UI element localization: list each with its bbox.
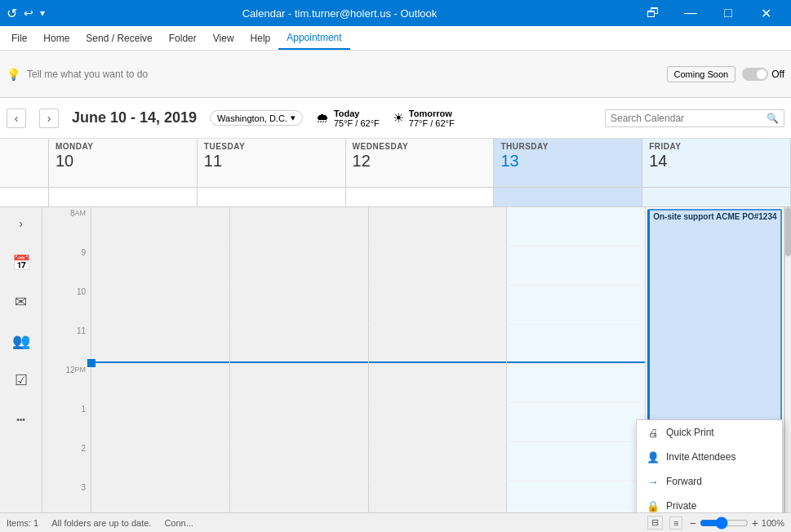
printer-icon: 🖨 [647,426,660,439]
cell-tue-3[interactable] [230,481,369,512]
menu-view[interactable]: View [205,26,242,50]
today-temp: 75°F / 62°F [334,118,380,128]
cell-wed-12[interactable] [369,364,508,403]
ribbon-tell-me: 💡 Coming Soon Off [7,66,784,82]
menu-send-receive[interactable]: Send / Receive [78,26,160,50]
undo-icon[interactable]: ↩ [24,7,33,20]
allday-thursday [494,188,642,206]
cell-tue-12[interactable] [230,364,369,403]
sync-status: All folders are up to date. [51,518,151,528]
context-menu-invite-attendees[interactable]: 👤 Invite Attendees [637,445,782,469]
cell-thu-2[interactable] [507,442,646,481]
context-menu-quick-print[interactable]: 🖨 Quick Print [637,420,782,445]
zoom-out-btn[interactable]: − [689,516,695,530]
menu-help[interactable]: Help [242,26,279,50]
window-controls: 🗗 — □ ✕ [634,0,784,26]
invite-attendees-label: Invite Attendees [666,451,735,463]
sidebar-icon-back[interactable]: › [8,211,34,237]
cell-mon-2[interactable] [91,442,230,481]
person-icon: 👤 [647,450,660,463]
close-btn[interactable]: ✕ [747,0,784,26]
cell-mon-3[interactable] [91,481,230,512]
cell-wed-2[interactable] [369,442,508,481]
cell-wed-8[interactable] [369,207,508,246]
allday-row [0,188,791,207]
refresh-icon[interactable]: ↺ [7,6,17,21]
lightbulb-icon: 💡 [7,68,20,81]
sidebar-icon-people[interactable]: 👥 [8,328,34,354]
zoom-in-btn[interactable]: + [752,516,758,530]
cell-wed-10[interactable] [369,286,508,325]
location-pill[interactable]: Washington, D.C. ▾ [210,110,303,126]
cell-wed-3[interactable] [369,481,508,512]
appointment-title: On-site support ACME PO#1234 [653,212,777,221]
day-header-friday: FRIDAY 14 [642,139,791,187]
cell-mon-12[interactable] [91,364,230,403]
cell-tue-11[interactable] [230,325,369,364]
conn-status: Conn... [164,518,193,528]
cell-mon-9[interactable] [91,246,230,286]
date-range: June 10 - 14, 2019 [72,109,197,126]
tell-me-input[interactable] [27,69,190,80]
scrollbar-thumb[interactable] [785,207,791,256]
title-bar-left: ↺ ↩ ▾ [7,6,45,21]
next-week-button[interactable]: › [39,109,59,128]
sidebar-icon-calendar[interactable]: 📅 [8,250,34,276]
cell-tue-8[interactable] [230,207,369,246]
scrollbar-track [784,207,791,512]
private-label: Private [666,500,696,512]
cell-mon-1[interactable] [91,403,230,442]
cell-thu-1[interactable] [507,403,646,442]
status-left: Items: 1 All folders are up to date. Con… [7,518,193,528]
cell-mon-8[interactable] [91,207,230,246]
cell-mon-11[interactable] [91,325,230,364]
header-spacer [0,139,49,187]
menu-home[interactable]: Home [35,26,78,50]
context-menu-private[interactable]: 🔒 Private [637,494,782,512]
menu-appointment[interactable]: Appointment [278,26,349,50]
cell-thu-9[interactable] [507,246,646,286]
prev-week-button[interactable]: ‹ [7,109,26,128]
rain-icon: 🌧 [316,111,329,126]
tomorrow-temp: 77°F / 62°F [409,118,455,128]
cell-thu-3[interactable] [507,481,646,512]
maximize-btn[interactable]: □ [709,0,747,26]
cell-wed-1[interactable] [369,403,508,442]
title-bar: ↺ ↩ ▾ Calendar - tim.turner@holert.us - … [0,0,791,26]
cell-tue-10[interactable] [230,286,369,325]
menu-file[interactable]: File [3,26,35,50]
cell-tue-1[interactable] [230,403,369,442]
cell-wed-11[interactable] [369,325,508,364]
cell-thu-11[interactable] [507,325,646,364]
sun-icon: ☀ [393,110,404,126]
context-menu-forward[interactable]: → Forward [637,469,782,494]
context-menu: 🖨 Quick Print 👤 Invite Attendees → Forwa… [636,419,783,512]
cell-tue-9[interactable] [230,246,369,286]
location-dropdown-icon: ▾ [291,113,296,123]
quick-print-label: Quick Print [666,427,714,438]
cell-mon-10[interactable] [91,286,230,325]
list-view-icon[interactable]: ≡ [669,516,682,530]
cell-tue-2[interactable] [230,442,369,481]
minimize-btn[interactable]: — [672,0,709,26]
coming-soon-button[interactable]: Coming Soon [667,66,736,82]
sidebar-icon-more[interactable]: ••• [8,406,34,432]
search-box[interactable]: 🔍 [605,109,784,127]
cell-thu-8[interactable] [507,207,646,246]
cell-thu-12[interactable] [507,364,646,403]
left-sidebar: › 📅 ✉ 👥 ☑ ••• [0,207,42,512]
menu-folder[interactable]: Folder [161,26,205,50]
sidebar-icon-tasks[interactable]: ☑ [8,367,34,393]
search-input[interactable] [611,113,763,124]
grid-view-icon[interactable]: ⊟ [647,516,663,530]
cell-thu-10[interactable] [507,286,646,325]
cell-wed-9[interactable] [369,246,508,286]
zoom-slider[interactable] [700,516,749,530]
location-label: Washington, D.C. [217,113,287,123]
toggle-switch[interactable] [742,68,768,81]
cell-fri-8[interactable]: On-site support ACME PO#1234 [646,207,784,246]
sidebar-icon-mail[interactable]: ✉ [8,289,34,315]
time-label-2: 2 [42,442,91,481]
allday-wednesday [346,188,495,206]
restore-btn[interactable]: 🗗 [634,0,672,26]
